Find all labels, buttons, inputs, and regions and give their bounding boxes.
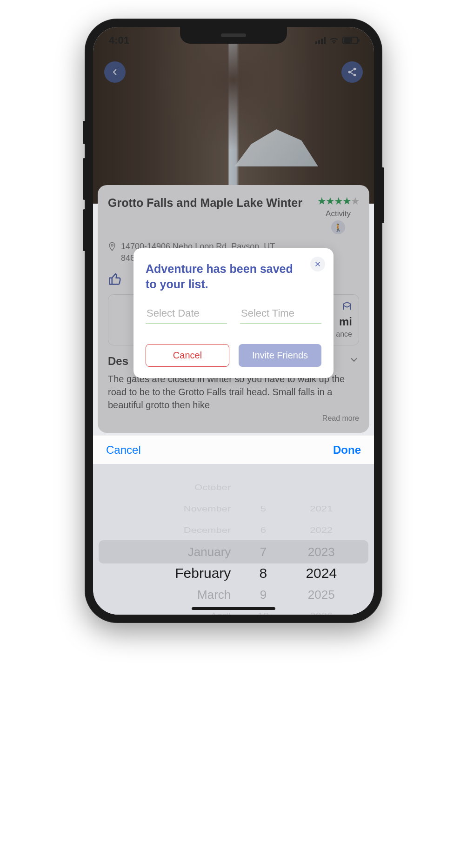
month-wheel[interactable]: OctoberNovemberDecemberJanuaryFebruaryMa… xyxy=(107,464,244,615)
picker-option[interactable]: 7 xyxy=(244,541,282,563)
invite-friends-button[interactable]: Invite Friends xyxy=(239,344,321,367)
home-indicator xyxy=(192,607,275,610)
picker-option[interactable]: 2024 xyxy=(283,563,360,584)
select-time-input[interactable]: Select Time xyxy=(240,305,321,324)
distance-icon xyxy=(342,301,352,311)
share-button[interactable] xyxy=(341,61,363,83)
svg-point-0 xyxy=(354,68,356,71)
picker-option[interactable] xyxy=(244,480,282,496)
picker-option[interactable]: March xyxy=(107,584,231,605)
date-picker[interactable]: OctoberNovemberDecemberJanuaryFebruaryMa… xyxy=(93,464,374,615)
description-body: The gates are closed in winter so you ha… xyxy=(108,372,359,411)
picker-option[interactable]: 2023 xyxy=(283,541,360,563)
description-heading-partial: Des xyxy=(108,355,128,368)
location-pin-icon xyxy=(108,242,116,254)
cellular-icon xyxy=(315,37,326,44)
modal-title: Adventure has been saved to your list. xyxy=(146,261,321,292)
chevron-down-icon[interactable] xyxy=(349,355,359,368)
hiking-icon: 🚶 xyxy=(331,220,345,234)
picker-option[interactable] xyxy=(283,480,360,496)
activity-label: Activity xyxy=(317,209,359,219)
share-icon xyxy=(347,67,357,77)
read-more-link[interactable]: Read more xyxy=(108,414,359,423)
adventure-title: Grotto Falls and Maple Lake Winter xyxy=(108,195,313,211)
svg-point-1 xyxy=(348,71,351,73)
status-time: 4:01 xyxy=(109,34,129,46)
save-confirmation-modal: Adventure has been saved to your list. S… xyxy=(133,248,334,378)
picker-option[interactable]: 2021 xyxy=(283,501,360,517)
battery-icon xyxy=(342,37,358,44)
picker-toolbar: Cancel Done xyxy=(93,435,374,464)
day-wheel[interactable]: 56789101112 xyxy=(244,464,282,615)
close-icon xyxy=(314,261,321,267)
chevron-left-icon xyxy=(111,68,119,76)
modal-cancel-button[interactable]: Cancel xyxy=(146,344,229,367)
year-wheel[interactable]: 20212022202320242025202620272028 xyxy=(283,464,360,615)
picker-option[interactable]: 8 xyxy=(244,563,282,584)
picker-option[interactable]: 5 xyxy=(244,501,282,517)
picker-option[interactable]: 2025 xyxy=(283,584,360,605)
picker-cancel-button[interactable]: Cancel xyxy=(106,444,141,457)
picker-option[interactable]: December xyxy=(107,523,231,539)
picker-option[interactable]: October xyxy=(107,480,231,496)
picker-option[interactable]: 9 xyxy=(244,584,282,605)
back-button[interactable] xyxy=(104,61,126,83)
modal-close-button[interactable] xyxy=(310,257,325,272)
picker-option[interactable]: 2022 xyxy=(283,523,360,539)
rating-stars: ★★★★★ xyxy=(317,195,359,207)
picker-option[interactable]: February xyxy=(107,563,231,584)
picker-done-button[interactable]: Done xyxy=(333,444,361,457)
status-icons xyxy=(315,37,358,44)
select-date-input[interactable]: Select Date xyxy=(146,305,227,324)
wifi-icon xyxy=(329,37,339,44)
picker-option[interactable]: January xyxy=(107,541,231,563)
svg-point-2 xyxy=(354,74,356,77)
picker-option[interactable]: 6 xyxy=(244,523,282,539)
picker-option[interactable]: November xyxy=(107,501,231,517)
picker-option[interactable]: 2026 xyxy=(283,608,360,615)
svg-point-3 xyxy=(111,244,113,246)
